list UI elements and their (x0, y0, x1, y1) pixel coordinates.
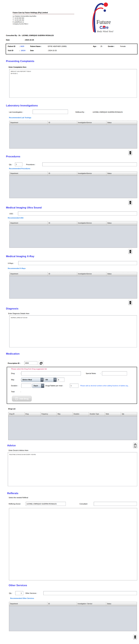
lab-investigation-input[interactable] (32, 110, 68, 114)
uss-table[interactable]: Department ID Investigation/Service Stat… (9, 221, 137, 248)
uss-col-id: ID (48, 221, 77, 225)
diagnosis-textarea[interactable]: NORMAL BREAST EXAM (9, 315, 137, 348)
lab-col-status: Status (106, 121, 137, 125)
trash-outline-icon (134, 444, 137, 448)
drug-col-drug: Drug (24, 412, 41, 416)
procedures-col-status: Status (106, 172, 137, 176)
medication-entry-box: Please select the Drug from Drug suggess… (7, 367, 137, 404)
other-services-input[interactable] (43, 591, 137, 595)
consultant-label: Consultant (80, 503, 88, 505)
xray-delete-button[interactable]: ↻ (128, 300, 132, 305)
complaints-textarea[interactable]: BREAST USS REPORT TODAY BI-RASD 1 (9, 69, 137, 98)
other-col-id: ID (48, 602, 77, 606)
recommended-procedures-link[interactable]: Recommended Procedures (9, 168, 30, 170)
other-services-delete-button[interactable]: ↻ (133, 634, 137, 640)
lab-col-id: ID (48, 121, 77, 125)
reffering-doctor-label: Reffering Doctor (9, 503, 21, 505)
recommended-xrays-link[interactable]: Recommended X-Rays (8, 268, 26, 269)
logo-mark-icon: Future Care Body Mind Soul (92, 1, 120, 33)
recommended-uss-link[interactable]: Recommended USS (8, 217, 24, 219)
lab-delete-button[interactable]: ↻ (128, 150, 132, 155)
drug-list-label: Drug List (8, 408, 16, 410)
procedures-col-investigation: Investigation/Service (77, 172, 106, 176)
refresh-icon (40, 362, 43, 365)
diagnosis-input-label: Enter Diagnosis Details Here (8, 312, 29, 314)
trash-bin-icon: ↻ (129, 301, 132, 304)
xray-field-label: X-Rays : (8, 262, 14, 264)
xray-col-status: Status (106, 272, 137, 276)
way-meal-select[interactable]: Before Meal ▼ (21, 378, 44, 382)
advice-input-label: Enter Doctor's Advice Here (9, 450, 28, 451)
other-services-title: Other Services (9, 584, 27, 587)
drug-col-qty: Qty (121, 412, 137, 416)
add-drug-label: Add Drug (19, 398, 28, 400)
visit-id-colon: : (19, 50, 20, 52)
other-col-investigation: Investigation / Service (77, 602, 106, 606)
reffering-doctor-input[interactable] (26, 502, 66, 506)
way-qty-input[interactable] (57, 378, 64, 382)
refferals-title: Refferals (7, 492, 18, 495)
trash-bin-icon: ↻ (129, 250, 132, 253)
uss-delete-button[interactable]: ↻ (128, 249, 132, 254)
visit-date-label: Date (30, 50, 34, 52)
other-services-table[interactable]: Department ID Investigation / Service St… (9, 602, 137, 631)
procedures-col-id: ID (48, 172, 77, 176)
procedures-qty-input[interactable] (15, 162, 22, 166)
duration-input[interactable] (21, 384, 32, 388)
drug-suggestion-warning: Please select the Drug from Drug suggess… (11, 368, 47, 370)
consultant-input[interactable] (94, 502, 137, 506)
total-colon: : (20, 391, 21, 392)
procedures-table[interactable]: Department ID Investigation/Service Stat… (9, 172, 137, 198)
company-email: E: jude@future.sc (13, 21, 24, 23)
visit-date-value: : 2024-10-25 (48, 50, 57, 52)
uss-input[interactable] (18, 212, 137, 216)
presenting-complaints-title: Presenting Complaints (6, 60, 34, 63)
total-label: Total (11, 391, 14, 392)
future-care-logo: Future Care Body Mind Soul (92, 1, 120, 33)
procedures-delete-button[interactable]: ↻ (128, 200, 132, 205)
other-services-qty-input[interactable] (15, 591, 23, 595)
other-services-qty-label: Qty : (9, 592, 12, 594)
referred-by-value: LEONEL ENRIQUE GUERRA ROSALES (93, 111, 123, 113)
per-meal-input[interactable] (70, 384, 78, 388)
company-address: Le Chainter,Victoria,Mahe,Seychelles (13, 15, 36, 17)
drug-col-duration: Duration (73, 412, 89, 416)
plus-circle-icon: + (15, 397, 18, 400)
drug-list-delete-button[interactable] (133, 442, 138, 448)
xray-table[interactable]: Department ID Investigation/Service Stat… (9, 272, 137, 298)
age-value: 25 (100, 46, 102, 47)
drug-input[interactable] (21, 371, 81, 376)
patient-id-label: Patient ID (8, 46, 16, 47)
refferals-list-box[interactable] (9, 508, 137, 580)
consultation-report-page: Future Care by Future Holdings (Pty) Lim… (0, 0, 139, 644)
drug-label: Drug (11, 372, 15, 374)
consultation-date-line: Date : 2024-10-25 (6, 39, 34, 41)
drug-colon: : (20, 372, 21, 374)
xray-input[interactable] (18, 261, 137, 265)
prescription-refresh-button[interactable] (38, 361, 44, 366)
drug-list-table[interactable]: Drug ID Drug Fequency Way Duration Durat… (8, 412, 137, 440)
recommended-lab-testings-link[interactable]: Recommended Lab Testings (9, 117, 31, 118)
company-phone-1: T: +24 82 593 593 (13, 17, 24, 19)
lab-testings-table[interactable]: Department ID Investigation/Service Stat… (9, 121, 137, 148)
drug-list-table-header: Drug ID Drug Fequency Way Duration Durat… (8, 412, 137, 416)
add-drug-button[interactable]: + Add Drug (12, 396, 32, 402)
way-frequency-select[interactable]: OD ▼ (44, 378, 57, 382)
svg-text:↻: ↻ (130, 251, 131, 252)
duration-unit-select[interactable]: Day/s ▼ (32, 384, 44, 388)
consulted-by-line: Consulted By : Dr. LEONEL ENRIQUE GUERRA… (6, 34, 54, 36)
procedures-input[interactable] (42, 162, 137, 166)
drug-col-note: Note (105, 412, 121, 416)
advice-textarea[interactable]: ROUTINE GYNAE EXAM EVERY YEARS (8, 452, 137, 486)
other-services-field-label: Other Services : (26, 592, 37, 594)
procedures-field-label: Procedures : (26, 164, 36, 166)
consulted-by-name: LEONEL ENRIQUE GUERRA ROSALES (22, 34, 54, 36)
advice-title: Advice (7, 444, 16, 447)
date-label: Date (6, 39, 24, 41)
recommended-other-services-link[interactable]: Recommended Other Services (10, 598, 34, 599)
prescription-id-input[interactable] (24, 361, 37, 365)
uss-table-header: Department ID Investigation/Service Stat… (10, 221, 137, 225)
procedures-col-department: Department (10, 172, 48, 176)
special-notes-input[interactable] (102, 371, 127, 376)
uss-field-label: USS : (10, 213, 14, 214)
